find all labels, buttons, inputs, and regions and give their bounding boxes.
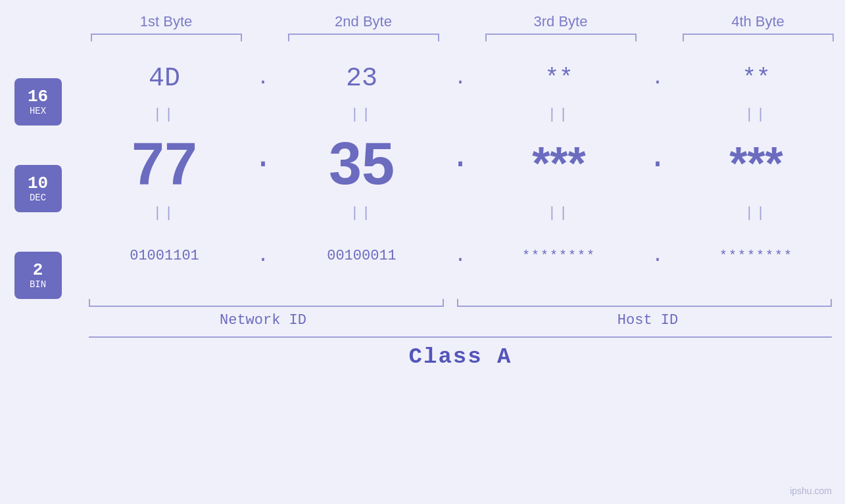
bottom-brackets [76,294,845,307]
dec-dot-2: · [450,145,470,183]
top-brackets [39,34,845,45]
bin-byte-3: ******** [522,248,596,263]
hex-badge-label: HEX [30,106,46,116]
eq1-b2: || [273,106,450,123]
hex-row: 4D . 23 . ** . ** [76,52,845,104]
bracket-2 [275,34,452,45]
hex-byte-2-cell: 23 [273,64,450,93]
bracket-4 [669,34,846,45]
eq1-b3: || [470,106,648,123]
dec-byte-2-cell: 35 [273,134,450,193]
bin-byte-2-cell: 00100011 [273,248,450,264]
hex-dot-3: . [648,67,667,89]
hex-dot-2: . [450,67,470,89]
bin-byte-4-cell: ******** [667,248,845,263]
hex-byte-4: ** [742,65,770,92]
hex-byte-3: ** [544,65,573,92]
eq1-b1: || [76,106,253,123]
eq2-b1: || [76,205,253,221]
network-id-label: Network ID [76,312,450,329]
hex-dot-1: . [253,67,273,89]
eq2-b4: || [667,205,845,221]
dec-byte-1-cell: 77 [76,134,253,193]
bin-dot-2: . [450,244,470,267]
hex-badge: 16 HEX [14,78,62,126]
class-bracket-line [89,336,832,338]
bin-row: 01001101 . 00100011 . ******** . *******… [76,223,845,288]
id-labels-row: Network ID Host ID [76,312,845,329]
dec-byte-4-cell: *** [667,137,845,190]
hex-byte-3-cell: ** [470,65,648,92]
eq2-b3: || [470,205,648,221]
main-container: 1st Byte 2nd Byte 3rd Byte 4th Byte 16 H… [0,0,845,504]
bin-dot-3: . [648,244,667,267]
class-label: Class A [409,344,512,369]
byte-header-1: 1st Byte [78,13,255,30]
network-id-bracket [76,294,450,307]
dec-row: 77 · 35 · *** · *** [76,124,845,203]
hex-byte-4-cell: ** [667,65,845,92]
hex-byte-1: 4D [149,64,180,93]
dec-badge-num: 10 [28,174,48,193]
dec-byte-3: *** [532,137,586,190]
hex-badge-num: 16 [28,87,48,106]
bin-byte-1: 01001101 [130,248,199,264]
bin-dot-1: . [253,244,273,267]
dec-dot-3: · [648,145,667,183]
dec-byte-4: *** [729,137,783,190]
bin-byte-2: 00100011 [327,248,397,264]
bin-badge-num: 2 [33,261,43,280]
hex-byte-2: 23 [346,64,377,93]
host-id-label: Host ID [450,312,845,329]
hex-byte-1-cell: 4D [76,64,253,93]
eq2-b2: || [273,205,450,221]
bin-badge-label: BIN [30,279,46,290]
byte-headers-row: 1st Byte 2nd Byte 3rd Byte 4th Byte [39,13,845,30]
class-section: Class A [76,336,845,369]
byte-header-3: 3rd Byte [472,13,650,30]
dec-dot-1: · [253,145,273,183]
bracket-1 [78,34,255,45]
dec-badge-label: DEC [30,193,46,203]
byte-header-2: 2nd Byte [275,13,452,30]
data-area: 4D . 23 . ** . ** || || [76,52,845,369]
byte-header-4: 4th Byte [669,13,846,30]
bin-byte-4: ******** [719,248,793,263]
eq1-b4: || [667,106,845,123]
bracket-3 [472,34,650,45]
dec-byte-1: 77 [132,134,197,193]
class-label-row: Class A [76,344,845,369]
equals-row-1: || || || || [76,104,845,124]
bin-byte-3-cell: ******** [470,248,648,263]
dec-byte-3-cell: *** [470,137,648,190]
watermark: ipshu.com [790,486,832,496]
equals-row-2: || || || || [76,203,845,223]
dec-byte-2: 35 [329,134,395,193]
bin-byte-1-cell: 01001101 [76,248,253,264]
bin-badge: 2 BIN [14,252,62,299]
host-id-bracket [450,294,845,307]
dec-badge: 10 DEC [14,165,62,212]
badges-column: 16 HEX 10 DEC 2 BIN [0,52,76,319]
